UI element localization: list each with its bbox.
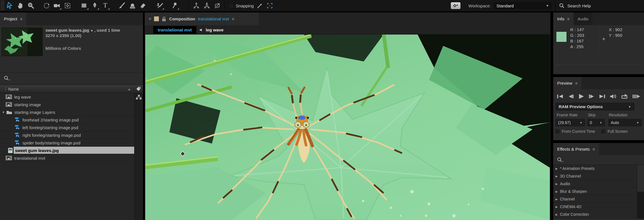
- panel-menu-icon[interactable]: ≡: [232, 16, 234, 21]
- sort-ascending-icon[interactable]: ▲: [128, 87, 131, 91]
- tab-separator-icon[interactable]: ◀: [199, 28, 202, 32]
- brush-tool-button[interactable]: [117, 1, 127, 10]
- effects-presets-tab[interactable]: Effects & Presets ≡: [553, 143, 599, 155]
- item-label[interactable]: sweet gum leaves.jpg: [15, 148, 59, 153]
- effects-category[interactable]: ▶CINEMA 4D: [553, 203, 644, 211]
- skip-dropdown[interactable]: 0 ▼: [587, 119, 605, 126]
- resolution-dropdown[interactable]: Auto ▼: [608, 119, 642, 126]
- item-label[interactable]: forehead 2/starting image.psd: [22, 118, 79, 122]
- footage-filename[interactable]: sweet gum leaves.jpg: [45, 28, 89, 33]
- workspace-dropdown[interactable]: Standard ▼: [494, 2, 552, 9]
- project-item-psd-layer[interactable]: Ps spider body/starting image.psd: [0, 139, 143, 147]
- category-label[interactable]: CINEMA 4D: [560, 204, 581, 209]
- ram-preview-button[interactable]: [632, 94, 640, 99]
- local-axis-mode-button[interactable]: [191, 1, 201, 10]
- effects-category[interactable]: ▶* Animation Presets: [553, 165, 644, 172]
- item-label[interactable]: right foreleg/starting image.psd: [22, 133, 81, 138]
- panel-menu-icon[interactable]: ≡: [593, 147, 595, 151]
- twirl-right-icon[interactable]: ▶: [555, 198, 558, 201]
- hand-tool-button[interactable]: [15, 1, 26, 10]
- effects-scrollbar[interactable]: [637, 165, 644, 219]
- label-color-column-icon[interactable]: [136, 86, 141, 92]
- sync-settings-button[interactable]: [451, 2, 460, 9]
- twirl-down-icon[interactable]: ▼: [1, 111, 6, 114]
- previous-frame-button[interactable]: [568, 94, 574, 99]
- effects-category[interactable]: ▶Channel: [553, 195, 644, 203]
- effects-category[interactable]: ▶Blur & Sharpen: [553, 188, 644, 195]
- snap-to-features-icon[interactable]: [266, 2, 273, 9]
- world-axis-mode-button[interactable]: [201, 1, 212, 10]
- category-label[interactable]: 3D Channel: [560, 174, 581, 178]
- effects-category[interactable]: ▶Color Correction: [553, 211, 644, 218]
- snapping-checkbox[interactable]: [229, 4, 233, 8]
- last-frame-button[interactable]: [599, 94, 606, 99]
- pen-tool-button[interactable]: [89, 1, 100, 10]
- close-icon[interactable]: ×: [149, 16, 151, 22]
- loop-options-button[interactable]: [621, 94, 628, 99]
- twirl-right-icon[interactable]: ▶: [555, 190, 558, 193]
- audio-mute-button[interactable]: [610, 94, 617, 99]
- project-search-field[interactable]: [0, 72, 143, 84]
- category-label[interactable]: * Animation Presets: [560, 166, 595, 171]
- project-item-psd-layer[interactable]: Ps left foreleg/starting image.psd: [0, 124, 143, 131]
- twirl-right-icon[interactable]: ▶: [555, 167, 558, 170]
- category-label[interactable]: Channel: [560, 197, 575, 201]
- unlock-icon[interactable]: [162, 16, 166, 22]
- chevron-down-icon[interactable]: ▼: [90, 29, 93, 32]
- rotation-tool-button[interactable]: [41, 1, 52, 10]
- project-item-composition[interactable]: starting image: [0, 101, 143, 108]
- zoom-tool-button[interactable]: [26, 1, 36, 10]
- project-list-header[interactable]: Name ▲: [0, 85, 143, 93]
- item-label[interactable]: left foreleg/starting image.psd: [22, 125, 78, 130]
- effects-category[interactable]: ▶3D Channel: [553, 172, 644, 180]
- composition-viewport[interactable]: [145, 35, 550, 220]
- category-label[interactable]: Color Correction: [560, 212, 589, 217]
- item-label[interactable]: starting image: [14, 102, 41, 107]
- twirl-right-icon[interactable]: ▶: [555, 213, 558, 216]
- info-panel-tab[interactable]: Info ≡: [553, 12, 574, 25]
- next-frame-button[interactable]: [588, 94, 595, 99]
- clone-stamp-tool-button[interactable]: [127, 1, 138, 10]
- comp-viewer-tab-active[interactable]: translational mvt: [153, 26, 196, 34]
- camera-tool-button[interactable]: [52, 1, 62, 10]
- effects-search-field[interactable]: [553, 155, 644, 165]
- project-item-folder[interactable]: ▼ starting image Layers: [0, 108, 143, 116]
- puppet-pin-tool-button[interactable]: [169, 1, 180, 10]
- viewer-association-swatch[interactable]: [154, 16, 159, 21]
- twirl-right-icon[interactable]: ▶: [555, 182, 558, 185]
- project-item-composition[interactable]: leg wave: [0, 93, 143, 101]
- pan-behind-tool-button[interactable]: [62, 1, 73, 10]
- twirl-right-icon[interactable]: ▶: [555, 175, 558, 178]
- panel-menu-icon[interactable]: ≡: [567, 16, 570, 21]
- effects-category[interactable]: ▶Audio: [553, 180, 644, 188]
- composition-panel-tab[interactable]: × Composition translational mvt ≡: [145, 12, 259, 25]
- type-tool-button[interactable]: T: [100, 1, 110, 10]
- project-item-psd-layer[interactable]: Ps right foreleg/starting image.psd: [0, 131, 143, 139]
- name-column-header[interactable]: Name: [8, 87, 19, 91]
- roto-brush-tool-button[interactable]: [154, 1, 165, 10]
- panel-menu-icon[interactable]: ≡: [20, 16, 23, 21]
- scrollbar-thumb[interactable]: [637, 165, 644, 192]
- audio-panel-tab[interactable]: Audio: [574, 12, 592, 25]
- play-button[interactable]: [578, 94, 584, 99]
- flowchart-icon[interactable]: [136, 95, 142, 100]
- panel-menu-icon[interactable]: ≡: [575, 81, 578, 86]
- item-label[interactable]: translational mvt: [14, 156, 45, 161]
- project-item-jpeg-selected[interactable]: sweet gum leaves.jpg: [0, 147, 143, 154]
- project-panel-tab[interactable]: Project ≡: [0, 12, 26, 25]
- category-label[interactable]: Audio: [560, 181, 570, 186]
- toolbar-grip[interactable]: [1, 1, 5, 10]
- twirl-right-icon[interactable]: ▶: [555, 205, 558, 208]
- eraser-tool-button[interactable]: [138, 1, 148, 10]
- category-label[interactable]: Blur & Sharpen: [560, 189, 587, 194]
- ram-preview-options-dropdown[interactable]: RAM Preview Options ▼: [555, 103, 634, 110]
- search-help-field[interactable]: Search Help: [559, 3, 644, 8]
- selection-tool-button[interactable]: [5, 1, 15, 10]
- view-axis-mode-button[interactable]: [212, 1, 222, 10]
- item-label[interactable]: spider body/starting image.psd: [22, 140, 80, 145]
- snap-along-edges-icon[interactable]: [256, 2, 264, 9]
- project-item-psd-layer[interactable]: Ps forehead 2/starting image.psd: [0, 116, 143, 124]
- comp-viewer-tab-inactive[interactable]: leg wave: [206, 27, 224, 32]
- preview-panel-tab[interactable]: Preview ≡: [553, 77, 582, 89]
- frame-rate-dropdown[interactable]: (29.97) ▼: [555, 119, 585, 126]
